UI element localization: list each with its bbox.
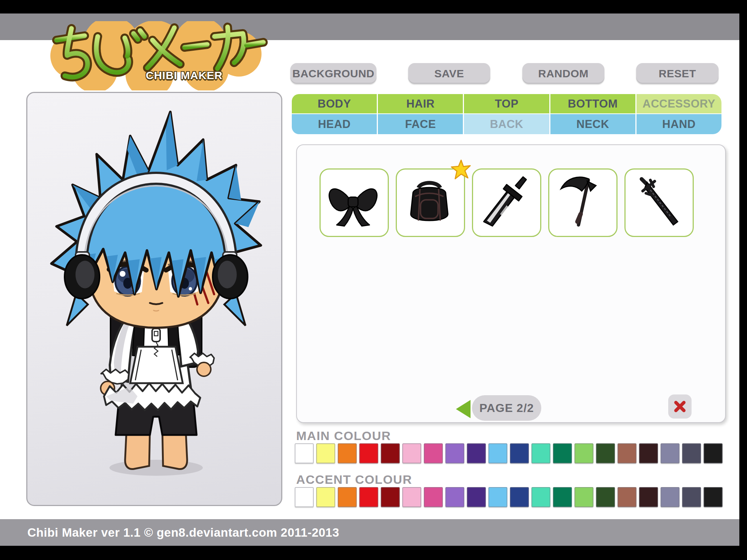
previous-page-arrow[interactable] [455, 399, 471, 419]
item-slot-black-backpack[interactable] [396, 168, 465, 237]
main-colour-swatch-1[interactable] [316, 443, 335, 463]
main-colour-swatch-2[interactable] [338, 443, 357, 463]
main-colour-swatch-13[interactable] [574, 443, 593, 463]
accent-colour-swatch-7[interactable] [445, 487, 464, 507]
main-colour-swatch-9[interactable] [488, 443, 507, 463]
accent-colour-swatch-8[interactable] [467, 487, 486, 507]
main-colour-swatch-18[interactable] [682, 443, 701, 463]
accent-colour-label: ACCENT COLOUR [296, 472, 412, 487]
accent-colour-swatch-19[interactable] [704, 487, 723, 507]
item-slot-scythe[interactable] [548, 168, 618, 237]
main-colour-swatches [295, 443, 723, 463]
main-colour-swatch-3[interactable] [359, 443, 378, 463]
reset-button[interactable]: RESET [636, 63, 719, 84]
app-logo: CHIBI MAKER [40, 21, 274, 90]
main-colour-swatch-10[interactable] [510, 443, 529, 463]
main-colour-swatch-7[interactable] [445, 443, 464, 463]
accent-colour-swatch-14[interactable] [596, 487, 615, 507]
accent-colour-swatch-17[interactable] [661, 487, 680, 507]
tab-hair[interactable]: HAIR [378, 94, 463, 113]
tab-hand[interactable]: HAND [636, 114, 721, 134]
main-colour-label: MAIN COLOUR [296, 429, 391, 443]
main-colour-swatch-6[interactable] [424, 443, 443, 463]
main-colour-swatch-15[interactable] [618, 443, 636, 463]
category-tabs: BODYHAIRTOPBOTTOMACCESSORYHEADFACEBACKNE… [292, 94, 721, 134]
main-colour-swatch-5[interactable] [402, 443, 421, 463]
tab-head[interactable]: HEAD [292, 114, 377, 134]
footer-credit: Chibi Maker ver 1.1 © gen8.deviantart.co… [27, 519, 339, 546]
accent-colour-swatch-15[interactable] [618, 487, 636, 507]
save-button[interactable]: SAVE [408, 63, 490, 84]
accent-colour-swatch-4[interactable] [381, 487, 400, 507]
main-colour-swatch-0[interactable] [295, 443, 314, 463]
accent-colour-swatch-3[interactable] [359, 487, 378, 507]
character-preview-panel [26, 92, 282, 506]
item-slot-buster-sword[interactable] [472, 168, 541, 237]
tab-face[interactable]: FACE [378, 114, 463, 134]
item-slots [320, 168, 694, 237]
logo-english-title: CHIBI MAKER [131, 69, 237, 82]
accent-colour-swatch-9[interactable] [488, 487, 507, 507]
accent-colour-swatches [295, 487, 723, 507]
main-colour-swatch-8[interactable] [467, 443, 486, 463]
tab-body[interactable]: BODY [292, 94, 377, 113]
main-colour-swatch-17[interactable] [661, 443, 680, 463]
remove-item-button[interactable] [668, 394, 692, 419]
item-selection-panel: PAGE 2/2 [296, 144, 726, 423]
close-icon [673, 399, 687, 414]
item-slot-long-sword[interactable] [624, 168, 694, 237]
background-button[interactable]: BACKGROUND [290, 63, 376, 84]
accent-colour-swatch-10[interactable] [510, 487, 529, 507]
main-colour-swatch-4[interactable] [381, 443, 400, 463]
main-colour-swatch-14[interactable] [596, 443, 615, 463]
chibi-character [46, 108, 264, 479]
character-shadow [109, 460, 203, 476]
tab-neck[interactable]: NECK [550, 114, 635, 134]
accent-colour-swatch-13[interactable] [574, 487, 593, 507]
main-colour-swatch-11[interactable] [531, 443, 550, 463]
tab-back[interactable]: BACK [464, 114, 549, 134]
accent-colour-swatch-12[interactable] [553, 487, 572, 507]
accent-colour-swatch-11[interactable] [531, 487, 550, 507]
accent-colour-swatch-16[interactable] [639, 487, 658, 507]
main-colour-swatch-12[interactable] [553, 443, 572, 463]
accent-colour-swatch-6[interactable] [424, 487, 443, 507]
accent-colour-swatch-1[interactable] [316, 487, 335, 507]
main-colour-swatch-19[interactable] [704, 443, 723, 463]
tab-accessory[interactable]: ACCESSORY [636, 94, 721, 113]
accent-colour-swatch-0[interactable] [295, 487, 314, 507]
accent-colour-swatch-5[interactable] [402, 487, 421, 507]
item-slot-black-bow[interactable] [320, 168, 389, 237]
page-indicator: PAGE 2/2 [472, 395, 541, 421]
tab-top[interactable]: TOP [464, 94, 549, 113]
accent-colour-swatch-2[interactable] [338, 487, 357, 507]
main-colour-swatch-16[interactable] [639, 443, 658, 463]
accent-colour-swatch-18[interactable] [682, 487, 701, 507]
random-button[interactable]: RANDOM [522, 63, 604, 84]
selected-star-icon [450, 159, 471, 180]
tab-bottom[interactable]: BOTTOM [550, 94, 635, 113]
